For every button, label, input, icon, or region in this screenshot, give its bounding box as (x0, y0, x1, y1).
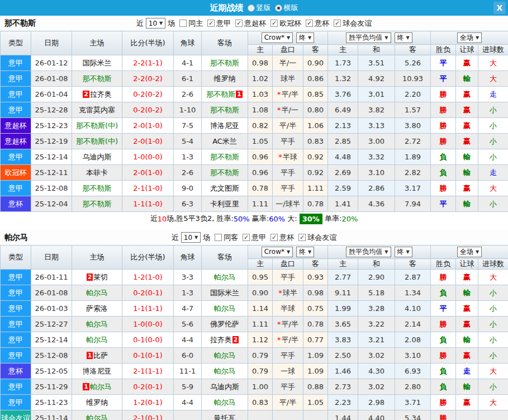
corner-score: 2-6 (174, 165, 202, 181)
radio-checked-icon[interactable] (275, 4, 282, 12)
euro-draw-odds: 3.28 (358, 301, 395, 317)
radio-icon[interactable] (248, 4, 255, 12)
home-team: 帕尔马 (72, 332, 122, 348)
league-filter-1-checkbox[interactable] (235, 20, 243, 27)
col-type: 类型 (1, 246, 31, 270)
euro-away-odds: 5.26 (395, 55, 431, 71)
games-count-select[interactable]: 10▼ (146, 18, 165, 29)
match-row: 意甲25-12-14帕尔马0-1(0-0)4-4拉齐奥21.12*平/半0.77… (1, 332, 508, 348)
same-venue-label: 同主 (188, 18, 203, 29)
corner-score: 5-6 (174, 317, 202, 332)
odds-provider-select[interactable]: Crow*▼ (262, 247, 293, 257)
match-date: 25-12-28 (31, 102, 72, 118)
asian-handicap: *平/半 (273, 317, 303, 332)
euro-away-odds: 2.14 (395, 317, 431, 332)
league-filter-1-checkbox[interactable] (270, 234, 278, 241)
layout-radio-horizontal[interactable]: 横版 (275, 3, 298, 13)
asian-away-odds: 0.85 (303, 87, 328, 102)
league-filter-4-checkbox[interactable] (334, 20, 341, 27)
team-name: 拉齐奥 (210, 336, 232, 344)
league-filter-2-checkbox[interactable] (298, 234, 306, 241)
fulltime-score: 0-2 (133, 289, 145, 297)
euro-away-odds: 3.10 (395, 348, 431, 364)
home-team: 博洛尼亚 (72, 364, 122, 379)
corner-score: 2-6 (174, 87, 202, 102)
match-row: 意甲25-11-23维罗纳1-2(0-1)4-4帕尔马0.83平/半1.052.… (1, 395, 508, 410)
team-name: 博洛尼亚 (210, 121, 239, 130)
team-name: 帕尔马 (214, 367, 236, 375)
asian-handicap: 平手 (273, 348, 303, 364)
fulltime-score: 2-0 (133, 168, 145, 177)
match-row: 意甲25-12-27帕尔马1-0(0-0)5-6佛罗伦萨1.11*平/半0.78… (1, 317, 508, 332)
sub-asian-home: 主 (248, 45, 273, 55)
score: 1-0(0-0) (122, 317, 174, 332)
chevron-down-icon: ▼ (384, 35, 388, 40)
euro-away-odds: 2.80 (395, 379, 431, 395)
euro-provider-select[interactable]: 胜平负均值▼ (346, 247, 391, 257)
handicap-result: 赢 (456, 395, 478, 410)
euro-draw-odds: 3.02 (358, 379, 395, 395)
games-count-value: 10 (184, 234, 192, 242)
scope-select[interactable]: 全场▼ (457, 247, 482, 257)
corner-score: 7-5 (174, 118, 202, 134)
handicap-result: 輸 (456, 71, 478, 87)
asian-home-odds: 1.05 (248, 134, 273, 149)
sub-euro-away: 客 (395, 259, 431, 270)
halftime-score: (0-1) (145, 383, 162, 391)
goals-result: 小 (478, 285, 508, 301)
league-filter-0-checkbox[interactable] (243, 234, 250, 241)
fulltime-score: 2-1 (133, 414, 145, 420)
summary-segment: 10 (158, 215, 167, 223)
corner-score: 5-4 (174, 134, 202, 149)
score: 0-1(0-0) (122, 332, 174, 348)
col-corner: 角球 (174, 246, 202, 270)
league-filter-0-checkbox[interactable] (207, 20, 215, 27)
asian-away-odds: 0.80 (303, 102, 328, 118)
same-venue-checkbox[interactable] (179, 20, 187, 27)
col-type: 类型 (1, 31, 31, 55)
league-filter-2-label: 欧冠杯 (279, 18, 301, 29)
away-team: 尤文图斯 (202, 181, 248, 196)
league-filter-2-checkbox[interactable] (270, 20, 278, 27)
goals-result: 大 (478, 395, 508, 410)
corner-score: 4-4 (174, 395, 202, 410)
titlebar: 近期战绩 竖版 横版 X (0, 0, 508, 16)
asian-home-odds: 1.11 (248, 317, 273, 332)
match-result: 平 (431, 71, 456, 87)
asian-home-odds: 1.03 (248, 87, 273, 102)
euro-time-select[interactable]: 终▼ (395, 32, 412, 43)
odds-provider-select[interactable]: Crow*▼ (262, 32, 293, 43)
away-team: 那不勒斯 (202, 149, 248, 165)
home-team: 帕尔马 (72, 285, 122, 301)
fulltime-score: 0-1 (133, 351, 145, 360)
goals-result: 大 (478, 71, 508, 87)
team-name: 莱切 (93, 273, 108, 281)
asian-away-odds: 0.78 (303, 317, 328, 332)
match-date: 26-01-12 (31, 55, 72, 71)
handicap-result: 赢 (456, 134, 478, 149)
team-name: 乌迪内斯 (210, 383, 239, 391)
chevron-down-icon: ▼ (159, 21, 163, 26)
handicap-result: 輸 (456, 379, 478, 395)
corner-score: 4-4 (174, 332, 202, 348)
euro-time-select[interactable]: 终▼ (395, 247, 412, 257)
asian-time-select[interactable]: 终▼ (296, 247, 314, 257)
layout-radio-vertical[interactable]: 竖版 (248, 3, 271, 13)
scope-select[interactable]: 全场▼ (457, 32, 482, 43)
asian-home-odds: 0.79 (248, 348, 273, 364)
euro-provider-select[interactable]: 胜平负均值▼ (346, 32, 391, 43)
euro-draw-odds: 4.92 (358, 71, 395, 87)
match-result: 勝 (431, 87, 456, 102)
goals-result: 小 (478, 332, 508, 348)
away-team: 那不勒斯1 (202, 87, 248, 102)
league-tag: 意甲 (1, 102, 31, 118)
same-venue-checkbox[interactable] (215, 234, 222, 241)
goals-result: 小 (478, 118, 508, 134)
asian-handicap: 一/球半 (273, 196, 303, 212)
asian-time-select[interactable]: 终▼ (296, 32, 314, 43)
games-count-select[interactable]: 10▼ (181, 232, 201, 243)
asian-home-odds: 0.98 (248, 55, 273, 71)
score: 0-2(0-2) (122, 102, 174, 118)
league-filter-3-checkbox[interactable] (306, 20, 313, 27)
close-button[interactable]: X (493, 2, 506, 14)
